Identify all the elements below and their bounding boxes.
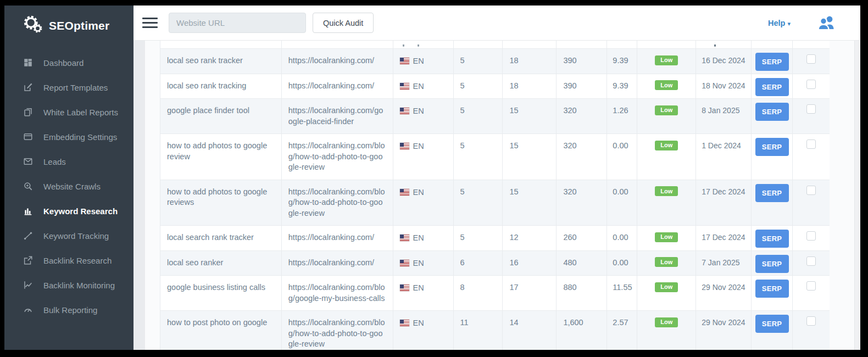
main-area: Quick Audit Help ▾ [133, 5, 860, 350]
competition-cell: Low [637, 226, 696, 250]
language-code: EN [413, 187, 424, 198]
sidebar-item-keyword-research[interactable]: Keyword Research [4, 199, 133, 224]
hamburger-menu-icon[interactable] [142, 15, 158, 31]
competition-cell: Low [637, 74, 696, 99]
score-cell: 18 [503, 49, 557, 74]
competition-badge: Low [655, 257, 678, 267]
sidebar-item-white-label-reports[interactable]: White Label Reports [4, 100, 133, 125]
serp-button[interactable]: SERP [755, 280, 789, 298]
serp-button[interactable]: SERP [755, 103, 789, 121]
us-flag-icon [400, 58, 409, 64]
brand-name: SEOptimer [49, 19, 109, 32]
volume-cell: 390 [557, 49, 607, 74]
serp-button[interactable]: SERP [755, 255, 789, 273]
sidebar-item-label: Embedding Settings [43, 132, 117, 142]
header-keyword [160, 41, 282, 48]
row-checkbox[interactable] [806, 231, 816, 241]
url-cell: https://localranking.com/ [282, 251, 393, 276]
keyword-cell: local seo rank tracking [160, 74, 282, 99]
url-cell: https://localranking.com/google-placeid-… [282, 99, 393, 133]
volume-cell: 480 [557, 251, 607, 276]
row-checkbox[interactable] [806, 140, 816, 149]
volume-cell: 320 [557, 180, 607, 226]
url-cell: https://localranking.com/ [282, 49, 393, 74]
table-body: local seo rank trackerhttps://localranki… [160, 49, 830, 350]
checkbox-cell [793, 134, 830, 180]
competition-badge: Low [655, 105, 678, 115]
row-checkbox[interactable] [806, 256, 816, 266]
us-flag-icon [400, 320, 409, 326]
language-cell: EN [393, 49, 454, 74]
help-label: Help [768, 19, 785, 27]
quick-audit-button[interactable]: Quick Audit [313, 13, 374, 33]
serp-button[interactable]: SERP [755, 138, 789, 156]
volume-cell: 880 [557, 276, 607, 310]
serp-cell: SERP [752, 276, 793, 310]
keyword-cell: local search rank tracker [160, 226, 282, 250]
score-cell: 15 [503, 99, 557, 133]
help-dropdown[interactable]: Help ▾ [768, 19, 791, 27]
users-icon[interactable] [817, 15, 836, 30]
sidebar-item-label: Bulk Reporting [43, 305, 97, 315]
checkbox-cell [793, 74, 830, 99]
row-checkbox[interactable] [806, 80, 816, 89]
sidebar-item-keyword-tracking[interactable]: Keyword Tracking [4, 224, 133, 248]
serp-button[interactable]: SERP [755, 315, 789, 333]
row-checkbox[interactable] [806, 54, 816, 64]
sidebar-item-bulk-reporting[interactable]: Bulk Reporting [4, 298, 133, 322]
language-code: EN [413, 81, 424, 92]
position-cell: 5 [454, 180, 503, 226]
sidebar-item-website-crawls[interactable]: Website Crawls [4, 174, 133, 199]
cpc-cell: 0.00 [607, 180, 637, 226]
serp-button[interactable]: SERP [755, 230, 789, 248]
score-cell: 14 [503, 311, 557, 350]
keyword-cell: local seo rank tracker [160, 49, 282, 74]
header-competition [637, 41, 696, 48]
vertical-scrollbar[interactable] [854, 41, 860, 350]
sidebar-item-label: Keyword Tracking [43, 231, 109, 241]
row-checkbox[interactable] [806, 104, 816, 114]
position-cell: 6 [454, 251, 503, 276]
website-url-input[interactable] [169, 13, 306, 33]
language-cell: EN [393, 251, 454, 276]
score-cell: 15 [503, 134, 557, 180]
table-row: how to add photos to google reviewshttps… [160, 180, 830, 226]
app-window: SEOptimer DashboardReport TemplatesWhite… [4, 5, 860, 350]
trend-nodes-icon [23, 231, 34, 242]
row-checkbox[interactable] [806, 186, 816, 195]
keyword-cell: local seo ranker [160, 251, 282, 276]
competition-cell: Low [637, 134, 696, 180]
sidebar-item-report-templates[interactable]: Report Templates [4, 75, 133, 100]
language-cell: EN [393, 276, 454, 310]
serp-button[interactable]: SERP [755, 53, 789, 71]
date-cell: 18 Nov 2024 [696, 74, 752, 99]
competition-cell: Low [637, 49, 696, 74]
sidebar-item-embedding-settings[interactable]: Embedding Settings [4, 125, 133, 149]
competition-badge: Low [655, 232, 678, 242]
position-cell: 8 [454, 276, 503, 310]
sidebar-item-dashboard[interactable]: Dashboard [4, 51, 133, 75]
brand-logo[interactable]: SEOptimer [4, 5, 133, 44]
serp-button[interactable]: SERP [755, 184, 789, 202]
date-cell: 7 Jan 2025 [696, 251, 752, 276]
serp-button[interactable]: SERP [755, 78, 789, 96]
date-cell: 17 Dec 2024 [696, 180, 752, 226]
sidebar-item-backlink-monitoring[interactable]: Backlink Monitoring [4, 273, 133, 298]
language-code: EN [413, 318, 424, 329]
row-checkbox[interactable] [806, 316, 816, 326]
language-cell: EN [393, 99, 454, 133]
url-cell: https://localranking.com/ [282, 74, 393, 99]
content-area: local seo rank trackerhttps://localranki… [133, 41, 860, 350]
sidebar-item-label: Leads [43, 157, 66, 166]
us-flag-icon [400, 235, 409, 241]
sidebar-item-backlink-research[interactable]: Backlink Research [4, 248, 133, 273]
sidebar-item-leads[interactable]: Leads [4, 149, 133, 174]
serp-cell: SERP [752, 251, 793, 276]
gears-logo-icon [23, 14, 44, 37]
row-checkbox[interactable] [806, 281, 816, 291]
competition-badge: Low [655, 282, 678, 292]
topbar: Quick Audit Help ▾ [133, 5, 860, 41]
sidebar-item-label: Website Crawls [43, 182, 101, 191]
embed-card-icon [23, 132, 34, 143]
header-cpc [607, 41, 637, 48]
